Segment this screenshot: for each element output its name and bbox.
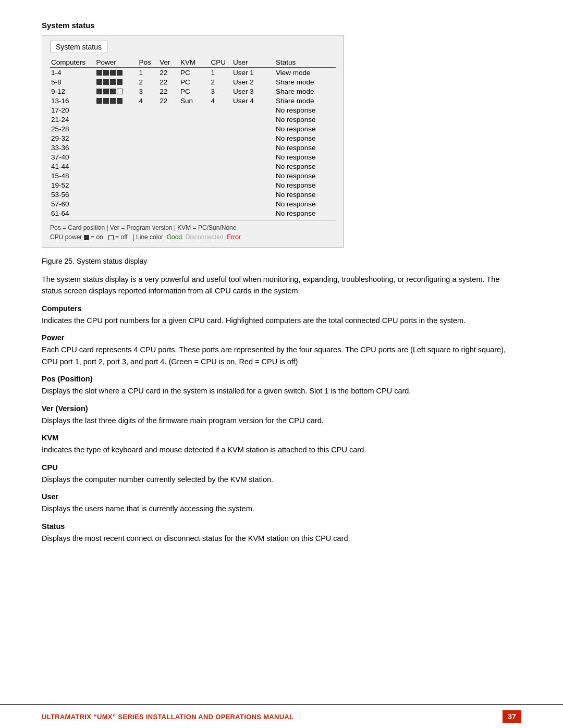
cell-status: No response [275,152,336,162]
cell-kvm [179,133,210,143]
cell-power [95,133,138,143]
legend-on-square [84,235,89,240]
cell-status: No response [275,180,336,190]
cell-cpu [210,190,232,199]
cell-computers: 57-60 [50,199,95,208]
cell-pos: 4 [138,96,158,105]
cell-user [232,171,275,180]
cell-kvm [179,162,210,171]
cell-kvm [179,180,210,190]
intro-paragraph: The system status display is a very powe… [42,274,521,297]
col-header-status: Status [275,57,336,68]
cell-pos: 2 [138,77,158,87]
power-square-filled [110,79,116,85]
cell-computers: 5-8 [50,77,95,87]
power-square-filled [96,89,102,94]
cell-cpu: 4 [210,96,232,105]
cell-computers: 41-44 [50,162,95,171]
power-square-filled [103,70,109,76]
cell-power [95,199,138,208]
cell-cpu [210,143,232,152]
cell-status: No response [275,190,336,199]
cell-computers: 19-52 [50,180,95,190]
cell-power [95,143,138,152]
cell-cpu: 2 [210,77,232,87]
cell-kvm: Sun [179,96,210,105]
cell-power [95,171,138,180]
cell-pos [138,143,158,152]
cell-user [232,208,275,218]
cell-pos [138,124,158,133]
power-square-filled [103,79,109,85]
cell-kvm: PC [179,68,210,78]
cell-user: User 1 [232,68,275,78]
cell-ver [158,105,179,115]
power-square-filled [117,70,123,76]
page-content: System status System status Computers Po… [0,0,563,583]
cell-status: No response [275,171,336,180]
table-row: 1-4122PC1User 1View mode [50,68,336,78]
cell-user [232,190,275,199]
table-row: 17-20No response [50,105,336,115]
sub-section-heading: Computers [42,304,521,313]
cell-computers: 1-4 [50,68,95,78]
cell-status: No response [275,208,336,218]
cell-power [95,68,138,78]
cell-power [95,152,138,162]
cell-kvm [179,105,210,115]
cell-user: User 3 [232,87,275,96]
cell-computers: 53-56 [50,190,95,199]
cell-cpu [210,152,232,162]
cell-pos [138,105,158,115]
cell-ver [158,162,179,171]
sub-section-heading: CPU [42,463,521,472]
cell-computers: 37-40 [50,152,95,162]
cell-power [95,115,138,124]
cell-ver [158,115,179,124]
power-square-filled [110,70,116,76]
power-square-empty [117,89,123,94]
cell-status: No response [275,105,336,115]
footer-page-number: 37 [503,710,521,723]
table-row: 41-44No response [50,162,336,171]
sub-section-body: Displays the slot where a CPU card in th… [42,385,521,397]
legend-cpu-power-label: CPU power [50,233,82,241]
cell-ver [158,190,179,199]
cell-user [232,105,275,115]
power-square-filled [96,79,102,85]
cell-cpu [210,133,232,143]
cell-kvm [179,143,210,152]
cell-ver [158,199,179,208]
footer-title: ULTRAMATRIX “UMX” SERIES INSTALLATION AN… [42,713,293,721]
legend-line1: Pos = Card position | Ver = Program vers… [50,223,336,232]
power-square-filled [117,98,123,104]
cell-kvm: PC [179,77,210,87]
cell-computers: 13-16 [50,96,95,105]
cell-user: User 2 [232,77,275,87]
col-header-ver: Ver [158,57,179,68]
power-square-filled [110,89,116,94]
table-row: 53-56No response [50,190,336,199]
legend-error: Error [227,233,241,241]
col-header-computers: Computers [50,57,95,68]
cell-kvm [179,124,210,133]
cell-kvm: PC [179,87,210,96]
col-header-pos: Pos [138,57,158,68]
legend-off-square [108,235,114,240]
legend-line-color-label: | Line color [133,233,163,241]
table-row: 25-28No response [50,124,336,133]
cell-ver [158,152,179,162]
table-title: System status [50,41,107,53]
cell-computers: 33-36 [50,143,95,152]
cell-ver [158,180,179,190]
cell-cpu [210,115,232,124]
cell-status: No response [275,115,336,124]
cell-computers: 15-48 [50,171,95,180]
cell-pos [138,133,158,143]
legend-good: Good [167,233,182,241]
cell-kvm [179,115,210,124]
cell-ver: 22 [158,68,179,78]
status-table-container: System status Computers Power Pos Ver KV… [42,35,344,248]
table-row: 5-8222PC2User 2Share mode [50,77,336,87]
cell-user [232,133,275,143]
